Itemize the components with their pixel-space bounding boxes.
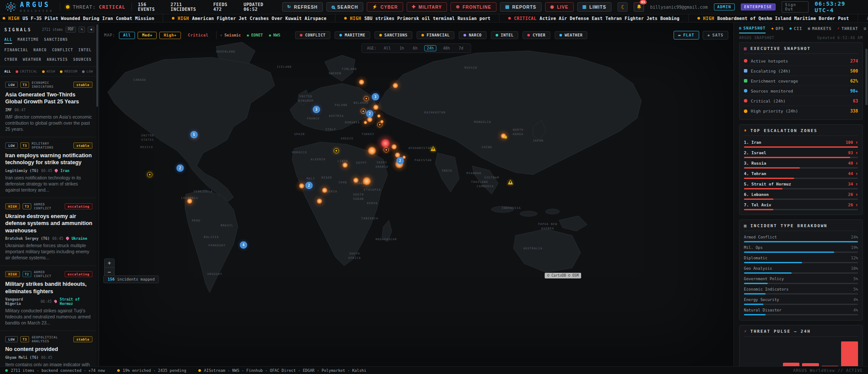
signals-tab-sources[interactable]: SOURCES [73,57,92,63]
critical-incident-marker[interactable] [381,139,390,148]
crosshair-marker-yellow[interactable] [147,172,152,177]
tab-markets[interactable]: ▦MARKETS [808,26,832,33]
age-option-48h[interactable]: 48h [441,46,452,51]
category-pill-financial[interactable]: FINANCIAL [417,31,454,39]
signals-tab-financial[interactable]: FINANCIAL [4,48,28,53]
signals-tab-weather[interactable]: WEATHER [23,57,42,63]
map-filter-critical[interactable]: Critical [184,32,213,39]
age-option-7d[interactable]: 7d [457,46,466,51]
signals-tab-cyber[interactable]: CYBER [4,57,18,63]
signal-location[interactable]: Strait of Hormuz [60,297,92,306]
escalation-zone-row[interactable]: 2. Israel93 ↑ [744,149,858,159]
crosshair-marker[interactable] [384,147,389,152]
escalation-zone-row[interactable]: 5. Strait of Hormuz34 ↑ [744,180,858,190]
category-pill-conflict[interactable]: CONFLICT [295,31,330,39]
cluster-marker[interactable]: 3 [372,93,379,101]
crosshair-marker-yellow[interactable] [334,148,339,153]
map-view-flat-button[interactable]: ▬FLAT [674,31,699,40]
cluster-marker[interactable]: 2 [397,157,404,165]
incident-marker[interactable] [391,144,397,150]
signal-card[interactable]: LOWT3ECONOMIC INDICATORSstableAsia Gener… [0,76,99,137]
map-filter-high[interactable]: High+ [159,32,181,39]
military-button[interactable]: ✚MILITARY [407,2,447,12]
escalation-zone-row[interactable]: 4. Tehran44 ↑ [744,169,858,180]
signal-card[interactable]: LOWT3GEOPOLITICAL ANALYSISstableNo conte… [0,331,99,366]
escalation-zone-row[interactable]: 3. Russia49 ↑ [744,159,858,169]
signal-card[interactable]: LOWT3MILITARY OPERATIONSstableIran emplo… [0,137,99,198]
tab-cii[interactable]: ●CII [789,26,802,33]
map-overlay-eonet[interactable]: ●EONET [247,33,263,37]
limits-button[interactable]: ▥LIMITS [577,2,612,12]
warning-marker[interactable] [431,146,436,151]
cyber-button[interactable]: ⚡CYBER [367,2,403,12]
incident-marker[interactable] [299,183,305,189]
news-ticker[interactable]: HIGHUS F-35 Pilot Wounded During Iran Co… [0,14,868,23]
refresh-button[interactable]: ↻REFRESH [282,2,323,12]
collapse-sidebar-button[interactable]: ◀ [88,26,94,33]
signals-tab-sanctions[interactable]: SANCTIONS [44,37,68,44]
category-pill-sanctions[interactable]: SANCTIONS [375,31,412,39]
category-pill-maritime[interactable]: MARITIME [335,31,370,39]
export-pdf-button[interactable]: PDF [66,26,76,33]
incident-marker[interactable] [342,162,348,168]
incident-marker[interactable] [317,199,322,204]
signals-scrollbar[interactable] [96,23,98,366]
tab-ops[interactable]: ◆OPS [771,26,784,33]
signals-tab-intel[interactable]: INTEL [79,48,92,53]
ticker-item[interactable]: CRITICALActive Air Defense East Tehran F… [499,14,688,22]
incident-marker[interactable] [322,188,328,193]
cluster-marker[interactable]: 3 [313,106,320,113]
map-attribution[interactable]: © CartoDB © OSM [545,273,581,278]
escalation-zone-row[interactable]: 1. Iran100 ↑ [744,138,858,149]
crosshair-marker[interactable] [361,109,366,114]
severity-filter-critical[interactable]: CRITICAL [16,70,37,73]
signal-card[interactable]: HIGHT2ARMED CONFLICTescalatingMilitary s… [0,266,99,331]
incident-marker[interactable] [373,105,379,110]
sign-out-button[interactable]: Sign Out [782,1,809,13]
map-filter-all[interactable]: All [119,32,135,39]
zoom-in-button[interactable]: + [105,259,114,268]
ticker-item[interactable]: HIGHBombardment of Qeshm Island Maritime… [688,14,858,22]
signals-tab-narco[interactable]: NARCO [33,48,47,53]
age-option-24h[interactable]: 24h [424,45,436,51]
ticker-item[interactable]: HIGHUS F-35 Pilot Wounded During Iran Co… [0,14,163,22]
cluster-marker[interactable]: 2 [366,110,374,118]
edit-button[interactable]: ✎ [79,26,85,33]
cluster-marker[interactable]: 2 [177,165,184,172]
incident-marker[interactable] [353,178,359,183]
snapshot-scrollbar[interactable] [865,36,868,366]
signals-tab-maritime[interactable]: MARITIME [17,37,39,44]
live-button[interactable]: ◉LIVE [545,2,574,12]
world-map[interactable]: MAP: AllMed+High+Critical ⚡Seismic●EONET… [99,23,733,366]
signals-tab-analysis[interactable]: ANALYSIS [46,57,68,63]
map-view-sats-button[interactable]: ◈SATS [703,31,728,40]
incident-marker[interactable] [393,83,398,89]
signals-tab-all[interactable]: ALL [4,37,12,44]
severity-filter-all[interactable]: ALL [4,70,11,73]
ticker-item[interactable]: HIGHSBU strikes Primorsk oil terminal Ru… [335,14,499,22]
notifications-button[interactable]: 63 [634,2,644,12]
incident-marker[interactable] [377,114,381,118]
ticker-item[interactable]: HIGHAmerican Fighter Jet Crashes Over Ku… [163,14,335,22]
escalation-zone-row[interactable]: 7. Tel Aviv26 ↑ [744,201,858,211]
signals-tab-conflict[interactable]: CONFLICT [52,48,73,53]
search-button[interactable]: SEARCH [326,2,363,12]
severity-filter-medium[interactable]: MEDIUM [60,70,77,73]
incident-marker[interactable] [362,177,371,185]
alert-dot-marker[interactable] [504,136,507,139]
incident-marker[interactable] [364,121,367,124]
cluster-marker[interactable]: 2 [306,182,313,189]
signal-card[interactable]: HIGHT3ARMED CONFLICTescalatingUkraine de… [0,198,99,266]
incident-marker[interactable] [368,146,376,155]
severity-filter-high[interactable]: HIGH [42,70,55,73]
map-filter-med[interactable]: Med+ [138,32,157,39]
tab-threat[interactable]: ⚡THREAT [837,26,858,33]
theme-toggle-button[interactable]: ☾ [618,2,628,12]
category-pill-intel[interactable]: INTEL [491,31,519,39]
age-option-6h[interactable]: 6h [411,46,420,51]
age-option-all[interactable]: All [381,46,393,51]
cluster-marker[interactable]: 5 [191,131,198,139]
frontline-button[interactable]: ⊕FRONTLINE [450,2,496,12]
crosshair-marker[interactable] [364,96,369,101]
incident-marker[interactable] [359,79,365,85]
